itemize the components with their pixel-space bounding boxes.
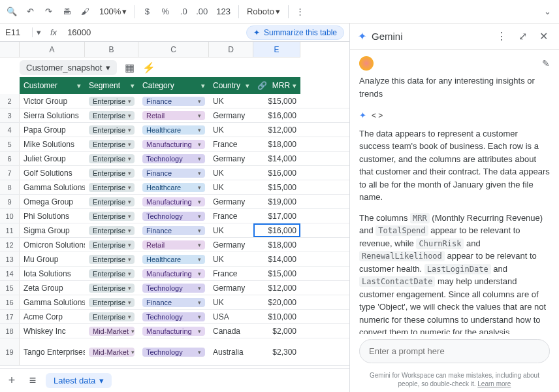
cell-category[interactable]: Manufacturing▾ [138,267,209,280]
cell-country[interactable]: Germany [209,238,253,252]
cell-mrr[interactable]: $12,000 [253,281,300,295]
decimal-increase-icon[interactable]: .00 [195,5,208,18]
category-pill[interactable]: Technology▾ [142,212,205,221]
table-row[interactable]: 16Gamma SolutionsEnterprise▾Finance▾UK$2… [0,295,349,310]
segment-pill[interactable]: Enterprise▾ [89,183,135,192]
table-row[interactable]: 10Phi SolutionsEnterprise▾Technology▾Fra… [0,209,349,223]
cell-country[interactable]: France [209,209,253,223]
table-row[interactable]: 7Golf SolutionsEnterprise▾Finance▾UK$16,… [0,166,349,180]
cell-mrr[interactable]: $15,000 [253,94,300,108]
collapse-icon[interactable]: ⌄ [541,5,554,18]
cell-country[interactable]: Germany [209,152,253,165]
category-pill[interactable]: Healthcare▾ [142,183,205,192]
cell-mrr[interactable]: $16,000 [253,108,300,122]
cell-segment[interactable]: Enterprise▾ [85,152,138,165]
cell-customer[interactable]: Zeta Group [20,281,85,295]
decimal-decrease-icon[interactable]: .0 [177,5,190,18]
cell-segment[interactable]: Enterprise▾ [85,166,138,180]
summarize-table-button[interactable]: ✦ Summarize this table [246,25,344,40]
cell-customer[interactable]: Victor Group [20,94,85,108]
expand-icon[interactable]: ⤢ [515,29,530,44]
cell-country[interactable]: USA [209,310,253,323]
cell-mrr[interactable]: $2,300 [253,338,300,365]
segment-pill[interactable]: Enterprise▾ [89,312,135,321]
category-pill[interactable]: Technology▾ [142,312,205,321]
row-number[interactable]: 16 [0,295,20,309]
segment-pill[interactable]: Enterprise▾ [89,212,135,221]
segment-pill[interactable]: Enterprise▾ [89,111,135,120]
currency-icon[interactable]: $ [140,5,153,18]
cell-segment[interactable]: Enterprise▾ [85,123,138,137]
cell-segment[interactable]: Enterprise▾ [85,252,138,266]
cell-mrr[interactable]: $19,000 [253,195,300,208]
segment-pill[interactable]: Enterprise▾ [89,125,135,135]
cell-mrr[interactable]: $15,000 [253,267,300,280]
category-pill[interactable]: Manufacturing▾ [142,327,205,336]
expand-response-icon[interactable]: < > [372,110,383,122]
cell-segment[interactable]: Enterprise▾ [85,137,138,151]
more-formats-icon[interactable]: 123 [214,5,233,18]
cell-mrr[interactable]: $12,000 [253,123,300,137]
sort-icon[interactable]: ▾ [77,82,81,90]
row-number[interactable]: 19 [0,338,20,365]
row-number[interactable]: 2 [0,94,20,108]
cell-country[interactable]: UK [209,166,253,180]
category-pill[interactable]: Retail▾ [142,111,205,120]
table-row[interactable]: 17Acme CorpEnterprise▾Technology▾USA$10,… [0,310,349,324]
col-header-a[interactable]: A [20,42,85,57]
gemini-prompt-input[interactable] [359,339,550,363]
cell-country[interactable]: Germany [209,281,253,295]
cell-customer[interactable]: Sierra Solutions [20,108,85,122]
category-pill[interactable]: Healthcare▾ [142,255,205,264]
th-category[interactable]: Category▾ [138,77,209,94]
row-number[interactable]: 7 [0,166,20,180]
cell-customer[interactable]: Phi Solutions [20,209,85,223]
col-header-e[interactable]: E [253,42,300,57]
category-pill[interactable]: Technology▾ [142,154,205,163]
cell-category[interactable]: Technology▾ [138,310,209,323]
col-header-d[interactable]: D [209,42,253,57]
cell-category[interactable]: Retail▾ [138,238,209,252]
th-country[interactable]: Country▾ [209,77,253,94]
row-number[interactable]: 12 [0,238,20,252]
cell-segment[interactable]: Enterprise▾ [85,267,138,280]
table-row[interactable]: 5Mike SolutionsEnterprise▾Manufacturing▾… [0,137,349,152]
cell-category[interactable]: Healthcare▾ [138,180,209,194]
segment-pill[interactable]: Enterprise▾ [89,197,135,206]
percent-icon[interactable]: % [159,5,172,18]
grid-body[interactable]: 2Victor GroupEnterprise▾Finance▾UK$15,00… [0,94,349,368]
cell-customer[interactable]: Gamma Solutions [20,295,85,309]
segment-pill[interactable]: Enterprise▾ [89,140,135,149]
segment-pill[interactable]: Enterprise▾ [89,284,135,293]
paint-format-icon[interactable]: 🖌 [78,5,91,18]
cell-customer[interactable]: Whiskey Inc [20,324,85,338]
row-number[interactable]: 4 [0,123,20,137]
row-number[interactable]: 13 [0,252,20,266]
col-header-c[interactable]: C [138,42,209,57]
row-number[interactable]: 11 [0,223,20,237]
learn-more-link[interactable]: Learn more [477,380,511,387]
cell-customer[interactable]: Acme Corp [20,310,85,323]
cell-mrr[interactable]: $14,000 [253,152,300,165]
cell-customer[interactable]: Mu Group [20,252,85,266]
category-pill[interactable]: Finance▾ [142,169,205,178]
cell-country[interactable]: France [209,137,253,151]
cell-mrr[interactable]: $14,000 [253,252,300,266]
cell-category[interactable]: Retail▾ [138,108,209,122]
cell-category[interactable]: Technology▾ [138,281,209,295]
table-row[interactable]: 9Omega GroupEnterprise▾Manufacturing▾Ger… [0,195,349,209]
cell-segment[interactable]: Enterprise▾ [85,295,138,309]
segment-pill[interactable]: Mid-Market▾ [89,348,135,357]
edit-prompt-icon[interactable]: ✎ [542,57,550,71]
row-number[interactable]: 9 [0,195,20,208]
table-row[interactable]: 18Whiskey IncMid-Market▾Manufacturing▾Ca… [0,324,349,338]
more-options-icon[interactable]: ⋮ [294,5,307,18]
cell-segment[interactable]: Enterprise▾ [85,238,138,252]
table-row[interactable]: 6Juliet GroupEnterprise▾Technology▾Germa… [0,152,349,166]
cell-mrr[interactable]: $16,000 [253,223,300,237]
cell-country[interactable]: Germany [209,195,253,208]
cell-country[interactable]: UK [209,223,253,237]
table-row[interactable]: 2Victor GroupEnterprise▾Finance▾UK$15,00… [0,94,349,108]
cell-category[interactable]: Technology▾ [138,152,209,165]
sort-icon[interactable]: ▾ [246,82,249,90]
